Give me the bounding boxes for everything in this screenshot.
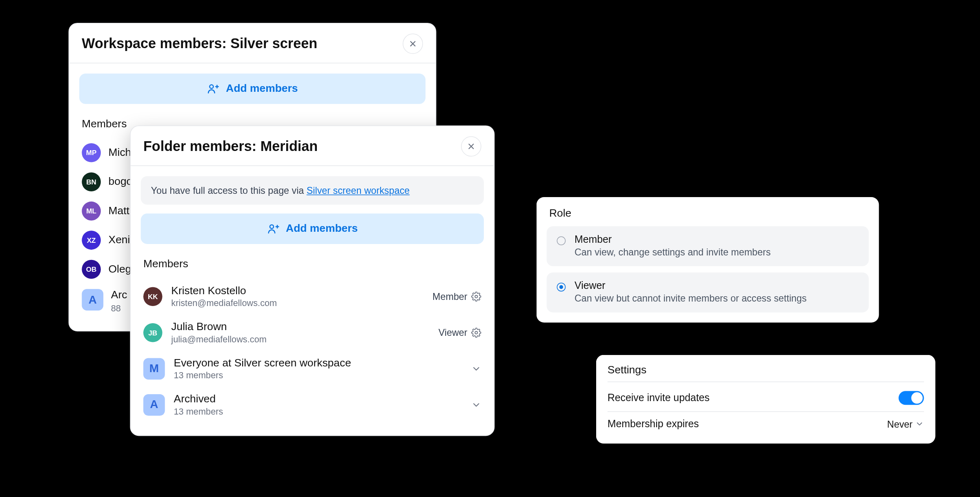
close-button[interactable] <box>403 33 423 54</box>
role-card-title: Role <box>549 207 869 220</box>
chevron-down-icon <box>471 364 481 374</box>
expires-select[interactable]: Never <box>887 419 924 429</box>
svg-point-1 <box>270 225 274 229</box>
access-info-banner: You have full access to this page via Si… <box>141 176 484 205</box>
svg-point-0 <box>210 85 214 89</box>
role-option-member[interactable]: Member Can view, change settings and inv… <box>547 226 869 266</box>
chevron-down-icon <box>471 399 481 410</box>
radio-icon <box>557 236 566 245</box>
group-sub: 88 <box>111 303 127 313</box>
add-members-button[interactable]: Add members <box>79 73 425 104</box>
settings-card-title: Settings <box>608 364 924 382</box>
folder-modal-header: Folder members: Meridian <box>131 126 494 166</box>
member-role: Member <box>432 291 467 302</box>
close-icon <box>467 142 476 151</box>
member-role-selector[interactable]: Member <box>432 291 481 302</box>
user-plus-icon <box>267 222 280 235</box>
member-email: julia@mediafellows.com <box>171 334 430 344</box>
avatar: XZ <box>82 231 101 250</box>
member-name: bogo <box>109 175 133 188</box>
group-avatar: A <box>82 289 103 311</box>
group-row[interactable]: M Everyone at Silver screen workspace 13… <box>141 351 484 387</box>
banner-text: You have full access to this page via <box>151 185 307 195</box>
member-name: Kristen Kostello <box>171 284 423 297</box>
gear-icon <box>471 291 481 302</box>
add-members-button[interactable]: Add members <box>141 213 484 244</box>
group-avatar: A <box>143 394 165 415</box>
folder-modal-title: Folder members: Meridian <box>143 138 318 155</box>
role-option-viewer[interactable]: Viewer Can view but cannot invite member… <box>547 273 869 313</box>
avatar: ML <box>82 202 101 221</box>
member-role-selector[interactable]: Viewer <box>439 327 481 337</box>
group-avatar: M <box>143 358 165 379</box>
role-option-name: Member <box>575 234 771 245</box>
member-row[interactable]: KK Kristen Kostello kristen@mediafellows… <box>141 278 484 315</box>
user-plus-icon <box>207 82 220 95</box>
setting-invite-updates: Receive invite updates <box>608 385 924 412</box>
role-option-name: Viewer <box>575 280 806 291</box>
expires-value: Never <box>887 419 913 429</box>
radio-icon <box>557 283 566 292</box>
member-name: Xeni <box>109 234 130 246</box>
close-button[interactable] <box>461 136 481 157</box>
close-icon <box>408 39 417 48</box>
group-count: 13 members <box>174 406 463 416</box>
member-name: Matt <box>109 205 129 217</box>
member-role: Viewer <box>439 327 468 337</box>
setting-membership-expires: Membership expires Never <box>608 412 924 436</box>
workspace-modal-title: Workspace members: Silver screen <box>82 36 317 52</box>
role-option-desc: Can view but cannot invite members or ac… <box>575 293 806 303</box>
add-members-label: Add members <box>286 222 358 235</box>
avatar: BN <box>82 172 101 191</box>
invite-updates-toggle[interactable] <box>899 391 924 405</box>
group-row[interactable]: A Archived 13 members <box>141 386 484 423</box>
group-count: 13 members <box>174 370 463 380</box>
member-email: kristen@mediafellows.com <box>171 298 423 308</box>
settings-card: Settings Receive invite updates Membersh… <box>596 355 935 444</box>
member-name: Mich <box>109 146 131 159</box>
setting-label: Receive invite updates <box>608 392 710 404</box>
members-section-label: Members <box>143 258 484 271</box>
member-name: Julia Brown <box>171 321 430 333</box>
member-name: Oleg <box>109 263 131 275</box>
svg-point-3 <box>475 331 477 333</box>
chevron-down-icon <box>915 419 924 428</box>
svg-point-2 <box>475 295 477 297</box>
add-members-label: Add members <box>226 82 298 95</box>
group-name: Arc <box>111 289 127 302</box>
avatar: OB <box>82 260 101 279</box>
setting-label: Membership expires <box>608 418 699 430</box>
role-option-desc: Can view, change settings and invite mem… <box>575 246 771 257</box>
workspace-modal-header: Workspace members: Silver screen <box>69 23 436 63</box>
role-card: Role Member Can view, change settings an… <box>537 197 879 322</box>
avatar: JB <box>143 323 163 342</box>
avatar: MP <box>82 143 101 162</box>
workspace-link[interactable]: Silver screen workspace <box>307 185 410 195</box>
avatar: KK <box>143 287 163 306</box>
folder-members-modal: Folder members: Meridian You have full a… <box>130 125 494 436</box>
gear-icon <box>471 327 481 337</box>
group-name: Everyone at Silver screen workspace <box>174 357 463 369</box>
group-name: Archived <box>174 393 463 406</box>
member-row[interactable]: JB Julia Brown julia@mediafellows.com Vi… <box>141 314 484 351</box>
